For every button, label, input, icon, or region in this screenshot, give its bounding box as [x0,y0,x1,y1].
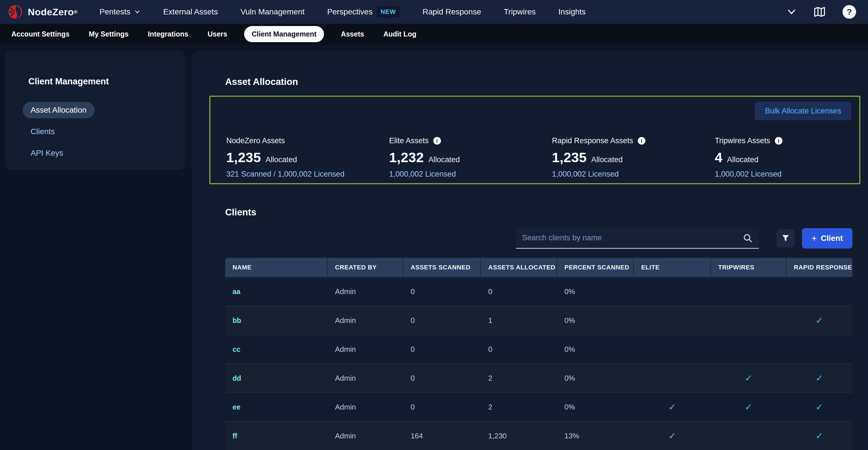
tab-audit-log[interactable]: Audit Log [381,26,419,42]
account-chevron-down-icon[interactable] [786,7,797,17]
stat-tripwires-assets: Tripwires Assets 4 Allocated 1,000,002 L… [715,136,782,179]
client-name-link[interactable]: dd [232,374,241,382]
tab-client-management[interactable]: Client Management [244,26,324,42]
client-name-link[interactable]: cc [232,345,241,353]
add-client-button[interactable]: Client [802,228,852,249]
column-header-rapid-response[interactable]: RAPID RESPONSE [786,258,852,277]
info-icon[interactable] [775,137,782,144]
client-search [516,228,759,249]
cell-percent-scanned: 0% [557,335,634,363]
table-row[interactable]: aa Admin 0 0 0% [225,277,852,306]
cell-created-by: Admin [328,422,403,450]
stat-licensed: 1,000,002 Licensed [389,170,552,179]
column-header-assets-scanned[interactable]: ASSETS SCANNED [403,258,481,277]
rapid-response-check-icon [816,373,823,384]
asset-allocation-highlight-box: Bulk Allocate Licenses NodeZero Assets 1… [209,96,860,184]
column-header-created-by[interactable]: CREATED BY [328,258,403,277]
page-content: Client Management Asset Allocation Clien… [0,44,868,450]
info-icon[interactable] [433,137,441,144]
table-row[interactable]: cc Admin 0 0 0% [225,334,852,363]
table-header-row: NAME CREATED BY ASSETS SCANNED ASSETS AL… [225,258,852,277]
table-row[interactable]: ee Admin 0 2 0% [225,392,852,421]
search-icon[interactable] [743,233,753,243]
cell-percent-scanned: 0% [557,364,634,392]
sidebar-item-asset-allocation[interactable]: Asset Allocation [23,102,95,118]
cell-percent-scanned: 0% [557,306,634,334]
table-row[interactable]: dd Admin 0 2 0% [225,363,852,392]
search-input[interactable] [522,233,743,242]
filter-funnel-icon [781,233,790,243]
cell-assets-scanned: 164 [403,422,481,450]
settings-navigation: Account Settings My Settings Integration… [0,24,868,44]
cell-assets-allocated: 2 [481,393,557,421]
chevron-down-icon [134,9,141,15]
rapid-response-check-icon [816,315,823,326]
tab-account-settings[interactable]: Account Settings [9,26,72,42]
tab-users[interactable]: Users [205,26,230,42]
tab-assets[interactable]: Assets [339,26,367,42]
bulk-allocate-licenses-button[interactable]: Bulk Allocate Licenses [755,102,851,120]
column-header-percent-scanned[interactable]: PERCENT SCANNED [557,258,634,277]
menu-item-tripwires[interactable]: Tripwires [504,7,536,17]
menu-item-vuln-management[interactable]: Vuln Management [241,7,304,17]
column-header-assets-allocated[interactable]: ASSETS ALLOCATED [481,258,557,277]
asset-allocation-panel: Asset Allocation Bulk Allocate Licenses … [192,51,868,450]
menu-item-pentests[interactable]: Pentests [99,7,141,17]
sidebar-item-clients[interactable]: Clients [23,123,63,140]
cell-assets-allocated: 0 [481,335,557,363]
brand[interactable]: NodeZero® [8,4,77,19]
column-header-name[interactable]: NAME [225,258,328,277]
filter-button[interactable] [777,229,795,247]
column-header-elite[interactable]: ELITE [634,258,711,277]
clients-controls: Client [225,228,852,249]
tab-my-settings[interactable]: My Settings [87,26,131,42]
stat-value: 1,232 [389,150,424,165]
cell-assets-allocated: 0 [481,277,557,306]
menu-item-external-assets[interactable]: External Assets [163,7,218,17]
stat-elite-assets: Elite Assets 1,232 Allocated 1,000,002 L… [389,136,552,179]
client-name-link[interactable]: bb [232,316,241,325]
cell-assets-allocated: 1 [481,306,557,334]
sidebar-title: Client Management [28,76,172,87]
elite-check-icon [669,401,676,412]
top-navigation-bar: NodeZero® Pentests External Assets Vuln … [0,0,868,24]
stat-value: 4 [715,150,722,165]
rapid-response-check-icon [816,430,823,441]
client-name-link[interactable]: ee [232,403,241,411]
tab-integrations[interactable]: Integrations [146,26,191,42]
cell-created-by: Admin [328,393,403,421]
top-right-actions: ? [786,5,860,19]
table-row[interactable]: ff Admin 164 1,230 13% [225,421,852,450]
sidebar-item-api-keys[interactable]: API Keys [23,145,71,161]
client-name-link[interactable]: aa [232,288,241,296]
stat-value: 1,235 [552,150,587,165]
clients-section-title: Clients [225,207,860,218]
help-icon[interactable]: ? [842,5,856,19]
client-name-link[interactable]: ff [232,432,237,440]
menu-item-insights[interactable]: Insights [558,7,586,17]
column-header-tripwires[interactable]: TRIPWIRES [711,258,786,277]
stat-rapid-response-assets: Rapid Response Assets 1,235 Allocated 1,… [552,136,715,179]
sidebar-menu: Asset Allocation Clients API Keys [23,102,172,161]
stat-licensed: 1,000,002 Licensed [715,170,782,179]
stat-licensed: 321 Scanned / 1,000,002 Licensed [226,170,389,179]
table-row[interactable]: bb Admin 0 1 0% [225,306,852,334]
asset-stats: NodeZero Assets 1,235 Allocated 321 Scan… [226,136,859,179]
page-title: Asset Allocation [225,76,860,88]
info-icon[interactable] [638,137,645,144]
tripwires-check-icon [745,373,752,384]
cell-created-by: Admin [328,364,403,392]
cell-assets-allocated: 1,230 [481,422,557,450]
cell-assets-allocated: 2 [481,364,557,392]
elite-check-icon [669,430,676,441]
cell-assets-scanned: 0 [403,335,481,363]
nodezero-logo-icon [8,4,23,19]
map-icon[interactable] [813,5,826,19]
menu-item-perspectives[interactable]: Perspectives NEW [327,6,400,18]
main-menu: Pentests External Assets Vuln Management… [99,6,586,18]
cell-created-by: Admin [328,306,403,334]
tripwires-check-icon [745,401,752,412]
cell-assets-scanned: 0 [403,277,481,306]
menu-item-rapid-response[interactable]: Rapid Response [423,7,481,17]
cell-percent-scanned: 0% [557,393,634,421]
